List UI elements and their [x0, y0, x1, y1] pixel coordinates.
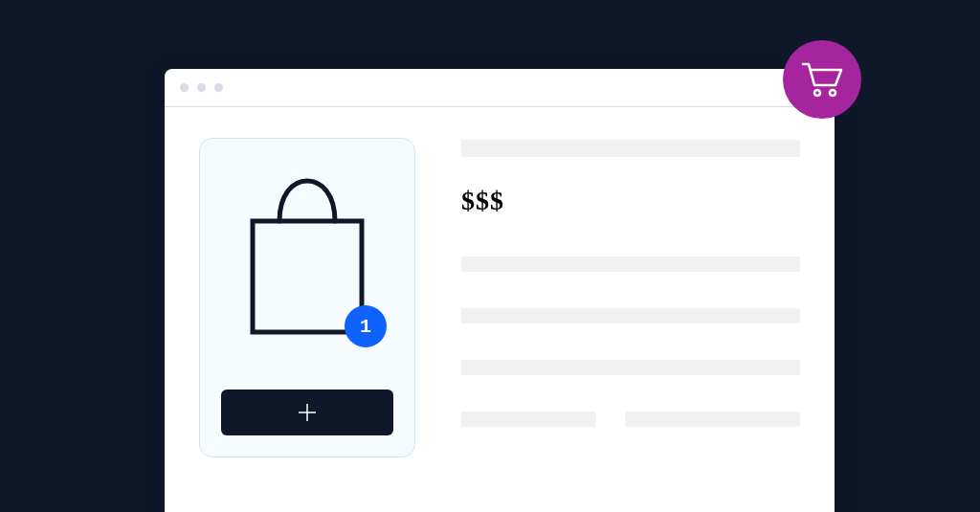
window-controls[interactable]: [180, 83, 223, 92]
window-control-dot[interactable]: [214, 83, 223, 92]
window-control-dot[interactable]: [180, 83, 189, 92]
product-card: 1: [199, 138, 415, 457]
description-line-placeholder: [461, 360, 800, 375]
browser-window: 1 $$$: [165, 69, 835, 512]
quantity-badge: 1: [345, 305, 387, 347]
description-cell-placeholder: [625, 412, 800, 427]
svg-point-3: [814, 90, 820, 96]
product-title-placeholder: [461, 140, 800, 157]
cart-button[interactable]: [783, 40, 861, 119]
svg-point-4: [830, 90, 835, 96]
quantity-value: 1: [360, 316, 371, 338]
browser-title-bar: [165, 69, 835, 107]
description-row-placeholder: [461, 412, 800, 427]
add-to-cart-button[interactable]: [221, 390, 393, 435]
product-price: $$$: [461, 186, 800, 216]
svg-rect-0: [253, 221, 362, 332]
description-line-placeholder: [461, 256, 800, 272]
product-details: $$$: [461, 138, 800, 457]
description-cell-placeholder: [461, 412, 596, 427]
product-image-wrap: 1: [235, 173, 379, 336]
shopping-cart-icon: [801, 60, 843, 99]
description-line-placeholder: [461, 308, 800, 323]
product-page-content: 1 $$$: [165, 107, 835, 457]
window-control-dot[interactable]: [197, 83, 206, 92]
plus-icon: [297, 402, 318, 423]
